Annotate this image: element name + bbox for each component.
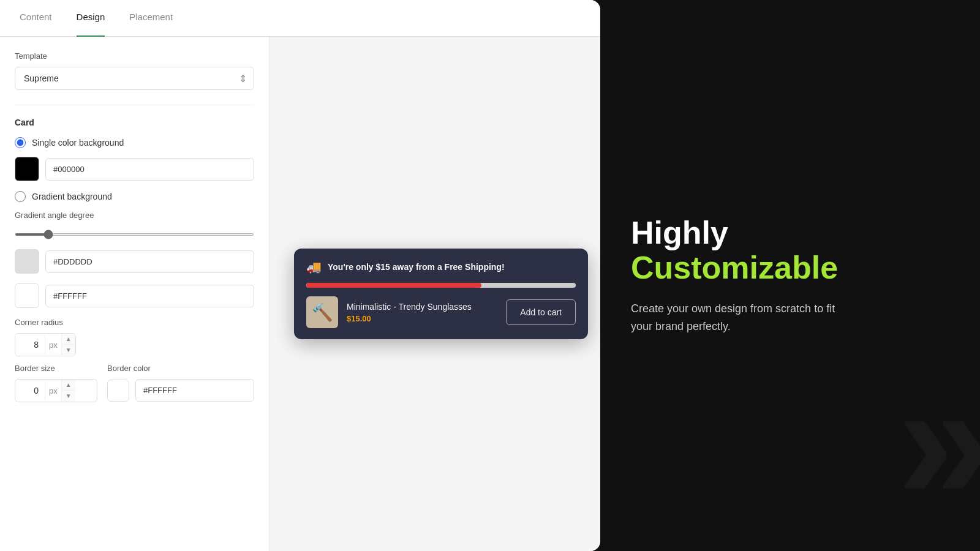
gradient-radio[interactable] <box>15 191 26 202</box>
border-color-row <box>107 379 254 402</box>
right-panel: Highly Customizable Create your own desi… <box>600 0 980 551</box>
corner-radius-spinners: ▲ ▼ <box>61 334 75 356</box>
single-color-label: Single color background <box>32 138 124 148</box>
border-color-label: Border color <box>107 364 254 373</box>
tab-placement[interactable]: Placement <box>129 1 173 37</box>
corner-radius-label: Corner radius <box>15 318 254 327</box>
gradient-label: Gradient background <box>32 192 112 201</box>
preview-area: 🚚 You're only $15 away from a Free Shipp… <box>270 37 600 551</box>
gradient-color2-input[interactable] <box>45 285 254 307</box>
border-color-input[interactable] <box>135 379 254 402</box>
gradient-angle-slider[interactable] <box>15 233 254 236</box>
border-row: Border size px ▲ ▼ Border color <box>15 364 254 411</box>
product-row: 🔨 Minimalistic - Trendy Sunglasses $15.0… <box>306 296 576 328</box>
content-area: Template Supreme Classic Modern Minimal … <box>0 37 600 551</box>
corner-radius-unit: px <box>45 335 61 354</box>
single-color-radio[interactable] <box>15 137 26 148</box>
product-info: Minimalistic - Trendy Sunglasses $15.00 <box>347 302 497 323</box>
border-size-col: Border size px ▲ ▼ <box>15 364 97 402</box>
left-panel: Content Design Placement Template Suprem… <box>0 0 600 551</box>
gradient-swatch-1[interactable] <box>15 249 39 274</box>
progress-bar-fill <box>306 283 481 288</box>
template-label: Template <box>15 51 254 61</box>
border-color-swatch[interactable] <box>107 380 129 402</box>
template-select[interactable]: Supreme Classic Modern Minimal <box>15 67 254 90</box>
shipping-bar-row: 🚚 You're only $15 away from a Free Shipp… <box>306 260 576 274</box>
card-heading: Card <box>15 118 254 127</box>
border-size-spinners: ▲ ▼ <box>61 380 75 402</box>
color-hex-input[interactable] <box>45 158 254 181</box>
gradient-row: Gradient background <box>15 191 254 202</box>
tab-design[interactable]: Design <box>77 1 105 37</box>
product-card-preview: 🚚 You're only $15 away from a Free Shipp… <box>294 249 588 339</box>
corner-radius-up[interactable]: ▲ <box>62 334 75 345</box>
product-price: $15.00 <box>347 314 497 323</box>
shipping-text: You're only $15 away from a Free Shippin… <box>328 262 505 272</box>
headline-line2: Customizable <box>631 250 949 285</box>
border-size-down[interactable]: ▼ <box>62 391 75 402</box>
gradient-color1-input[interactable] <box>45 250 254 273</box>
corner-radius-down[interactable]: ▼ <box>62 345 75 356</box>
border-size-input-group: px ▲ ▼ <box>15 379 97 402</box>
gradient-color1-row <box>15 249 254 274</box>
gradient-angle-label: Gradient angle degree <box>15 211 254 220</box>
add-to-cart-button[interactable]: Add to cart <box>506 299 576 325</box>
tab-content[interactable]: Content <box>20 1 52 37</box>
tabs-bar: Content Design Placement <box>0 0 600 37</box>
gradient-slider-container <box>15 225 254 241</box>
gradient-color2-row <box>15 283 254 308</box>
settings-panel: Template Supreme Classic Modern Minimal … <box>0 37 270 551</box>
border-color-col: Border color <box>107 364 254 411</box>
corner-radius-row: px ▲ ▼ <box>15 333 254 356</box>
single-color-row: Single color background <box>15 137 254 148</box>
subtext: Create your own design from scratch to f… <box>631 300 839 335</box>
product-image: 🔨 <box>306 296 338 328</box>
divider <box>15 105 254 105</box>
border-size-unit: px <box>45 381 61 400</box>
color-swatch-single[interactable] <box>15 157 39 181</box>
progress-bar-container <box>306 283 576 288</box>
color-picker-row <box>15 157 254 181</box>
corner-radius-input-group: px ▲ ▼ <box>15 333 76 356</box>
border-size-input[interactable] <box>15 381 45 400</box>
headline-line1: Highly <box>631 216 949 250</box>
corner-radius-input[interactable] <box>15 335 45 354</box>
shipping-emoji: 🚚 <box>306 260 322 274</box>
gradient-swatch-2[interactable] <box>15 283 39 308</box>
border-size-label: Border size <box>15 364 97 373</box>
product-name: Minimalistic - Trendy Sunglasses <box>347 302 497 312</box>
template-select-wrapper: Supreme Classic Modern Minimal ⇕ <box>15 67 254 90</box>
border-size-up[interactable]: ▲ <box>62 380 75 391</box>
